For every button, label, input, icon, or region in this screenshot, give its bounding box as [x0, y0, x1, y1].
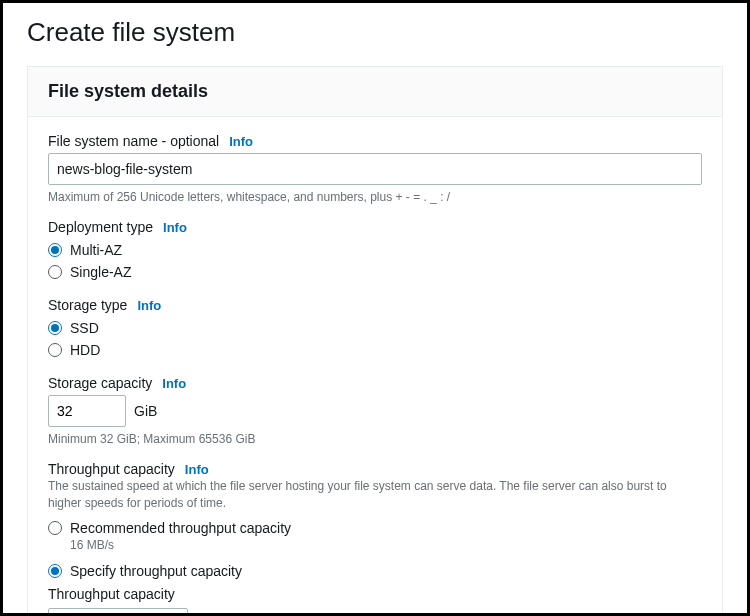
radio-icon	[48, 521, 62, 535]
storage-capacity-unit: GiB	[134, 403, 157, 419]
file-system-name-hint: Maximum of 256 Unicode letters, whitespa…	[48, 189, 702, 205]
storage-type-group: Storage type Info SSD HDD	[48, 297, 702, 361]
throughput-capacity-select[interactable]: 64 MB/s	[48, 608, 188, 616]
throughput-recommended-radio[interactable]: Recommended throughput capacity	[48, 517, 702, 539]
deployment-multi-az-label: Multi-AZ	[70, 242, 122, 258]
file-system-name-group: File system name - optional Info Maximum…	[48, 133, 702, 205]
page-title: Create file system	[27, 17, 723, 48]
radio-icon	[48, 243, 62, 257]
throughput-capacity-label: Throughput capacity	[48, 461, 175, 477]
panel-header: File system details	[28, 67, 722, 117]
storage-type-info-link[interactable]: Info	[137, 298, 161, 313]
storage-type-label: Storage type	[48, 297, 127, 313]
radio-icon	[48, 564, 62, 578]
radio-icon	[48, 321, 62, 335]
page-header: Create file system	[3, 3, 747, 66]
radio-icon	[48, 343, 62, 357]
throughput-capacity-desc: The sustained speed at which the file se…	[48, 478, 702, 510]
throughput-recommended-sub: 16 MB/s	[70, 538, 702, 552]
throughput-capacity-info-link[interactable]: Info	[185, 462, 209, 477]
deployment-type-group: Deployment type Info Multi-AZ Single-AZ	[48, 219, 702, 283]
throughput-specify-radio[interactable]: Specify throughput capacity	[48, 560, 702, 582]
storage-capacity-hint: Minimum 32 GiB; Maximum 65536 GiB	[48, 431, 702, 447]
storage-type-ssd-label: SSD	[70, 320, 99, 336]
storage-capacity-info-link[interactable]: Info	[162, 376, 186, 391]
deployment-multi-az-radio[interactable]: Multi-AZ	[48, 239, 702, 261]
throughput-capacity-group: Throughput capacity Info The sustained s…	[48, 461, 702, 616]
deployment-type-info-link[interactable]: Info	[163, 220, 187, 235]
radio-icon	[48, 265, 62, 279]
storage-type-hdd-radio[interactable]: HDD	[48, 339, 702, 361]
deployment-type-label: Deployment type	[48, 219, 153, 235]
deployment-single-az-label: Single-AZ	[70, 264, 131, 280]
panel-title: File system details	[48, 81, 702, 102]
throughput-recommended-label: Recommended throughput capacity	[70, 520, 291, 536]
throughput-select-label: Throughput capacity	[48, 586, 702, 602]
file-system-name-info-link[interactable]: Info	[229, 134, 253, 149]
storage-capacity-label: Storage capacity	[48, 375, 152, 391]
file-system-name-input[interactable]	[48, 153, 702, 185]
storage-capacity-group: Storage capacity Info GiB Minimum 32 GiB…	[48, 375, 702, 447]
storage-capacity-input[interactable]	[48, 395, 126, 427]
throughput-specify-label: Specify throughput capacity	[70, 563, 242, 579]
storage-type-hdd-label: HDD	[70, 342, 100, 358]
deployment-single-az-radio[interactable]: Single-AZ	[48, 261, 702, 283]
file-system-details-panel: File system details File system name - o…	[27, 66, 723, 616]
file-system-name-label: File system name - optional	[48, 133, 219, 149]
storage-type-ssd-radio[interactable]: SSD	[48, 317, 702, 339]
